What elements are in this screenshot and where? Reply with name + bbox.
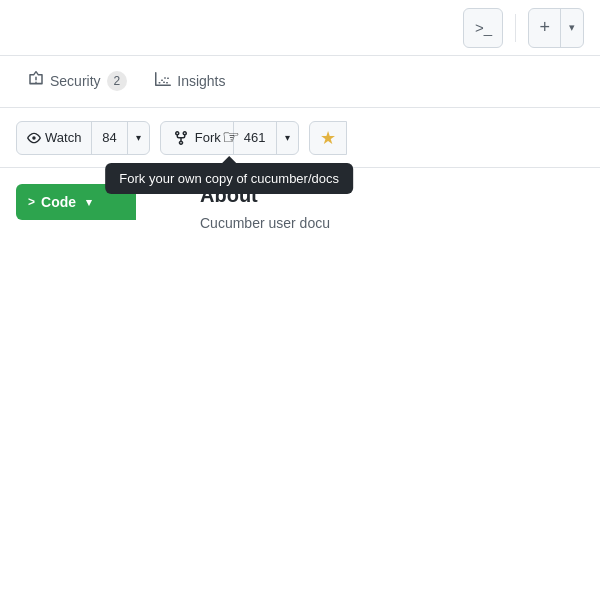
star-button[interactable]: ★ (309, 121, 347, 155)
action-bar: Watch 84 ▾ Fork 461 ▾ Fork your (0, 108, 600, 168)
watch-count-value: 84 (102, 130, 116, 145)
top-bar: >_ + ▾ (0, 0, 600, 56)
fork-count-section: 461 (234, 122, 276, 154)
star-icon: ★ (320, 127, 336, 149)
watch-chevron[interactable]: ▾ (127, 122, 149, 154)
about-text: Cucumber user docu (200, 215, 584, 231)
fork-main: Fork (161, 122, 234, 154)
right-column: About Cucumber user docu (200, 184, 584, 231)
fork-count-value: 461 (244, 130, 266, 145)
insights-icon (155, 71, 171, 90)
watch-button[interactable]: Watch 84 ▾ (16, 121, 150, 155)
divider (515, 14, 516, 42)
chevron-down-icon: ▾ (561, 9, 583, 47)
about-title: About (200, 184, 584, 207)
eye-icon (27, 131, 41, 145)
code-chevron: ▾ (86, 196, 92, 209)
chevron-down-icon: ▾ (285, 132, 290, 143)
chevron-down-icon: ▾ (136, 132, 141, 143)
nav-tabs: Security 2 Insights (0, 56, 600, 108)
security-badge: 2 (107, 71, 128, 91)
fork-icon (173, 130, 189, 146)
fork-button[interactable]: Fork 461 ▾ (160, 121, 299, 155)
watch-label: Watch (45, 130, 81, 145)
plus-icon: + (529, 9, 561, 47)
fork-chevron[interactable]: ▾ (276, 122, 298, 154)
watch-count-section: 84 (92, 122, 126, 154)
fork-button-wrapper: Fork 461 ▾ Fork your own copy of cucumbe… (160, 121, 299, 155)
tab-insights-label: Insights (177, 73, 225, 89)
tab-security[interactable]: Security 2 (16, 56, 139, 107)
new-button[interactable]: + ▾ (528, 8, 584, 48)
watch-main: Watch (17, 122, 92, 154)
code-arrow-left: > (28, 195, 35, 209)
security-icon (28, 71, 44, 90)
tab-insights[interactable]: Insights (143, 56, 237, 107)
terminal-icon: >_ (475, 19, 492, 36)
terminal-button[interactable]: >_ (463, 8, 503, 48)
tab-security-label: Security (50, 73, 101, 89)
fork-label: Fork (195, 130, 221, 145)
content-area: > Code ▾ About Cucumber user docu (0, 168, 600, 247)
code-button[interactable]: > Code ▾ (16, 184, 136, 220)
code-label: Code (41, 194, 76, 210)
left-column: > Code ▾ (16, 184, 176, 231)
